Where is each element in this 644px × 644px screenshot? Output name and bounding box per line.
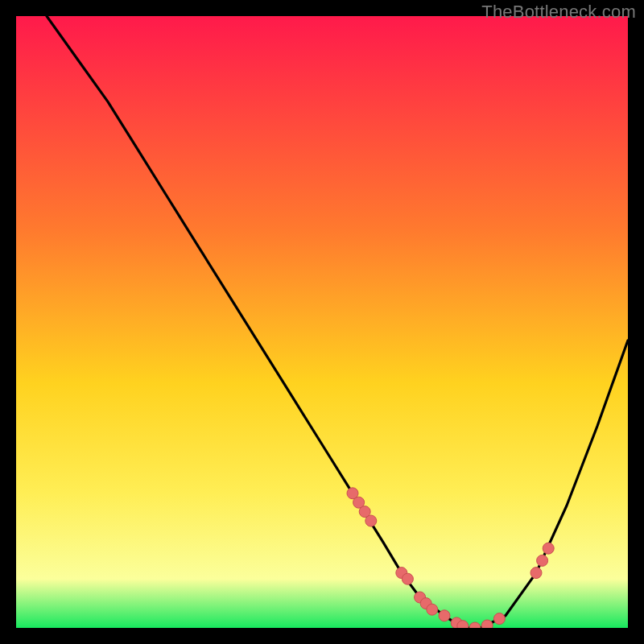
bottleneck-chart <box>16 16 628 628</box>
marker-dot <box>537 555 548 566</box>
marker-dot <box>481 620 493 628</box>
marker-dot <box>365 515 377 526</box>
attribution-label: TheBottleneck.com <box>481 2 636 23</box>
marker-dot <box>543 543 554 554</box>
marker-dot <box>457 621 469 628</box>
marker-dot <box>427 604 438 615</box>
marker-dot <box>402 573 413 584</box>
marker-dot <box>493 613 505 625</box>
marker-dot <box>439 610 450 621</box>
gradient-background <box>16 16 628 628</box>
marker-dot <box>530 568 542 579</box>
chart-frame <box>16 16 628 628</box>
